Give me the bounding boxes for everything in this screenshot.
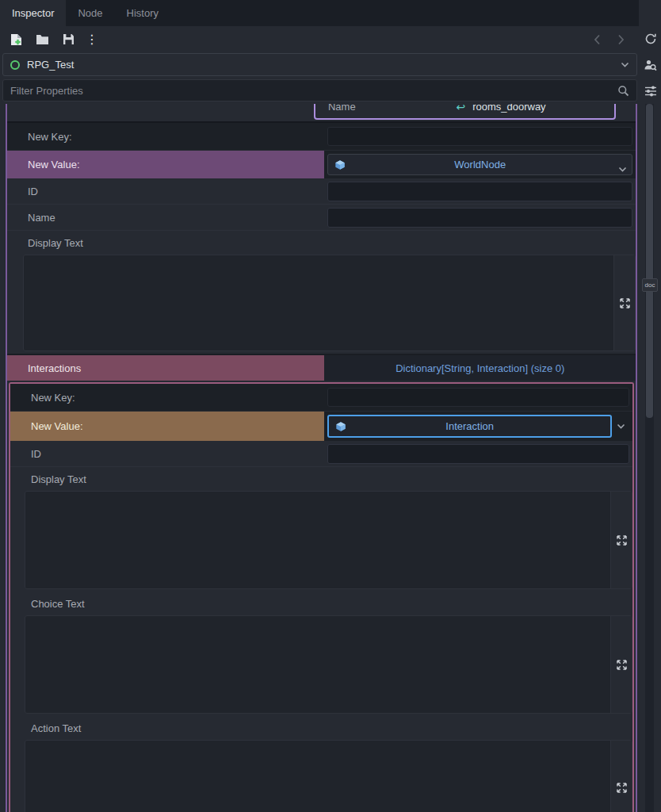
new-value-row-2: New Value: Interaction [10, 412, 632, 441]
worldnode-subresource-region: Name ↩ rooms_doorway New Key: New Value: [6, 104, 637, 812]
interactions-type-info: Dictionary[String, Interaction] (size 0) [395, 362, 564, 374]
godot-inspector-dock: Inspector Node History ⋮ RPG_Test [0, 0, 661, 812]
history-nav-group [590, 33, 639, 47]
expand-text-icon[interactable] [615, 658, 629, 672]
dock-tab-bar: Inspector Node History [0, 0, 661, 26]
name-property-row: Name ↩ rooms_doorway [7, 104, 636, 121]
new-key-label: New Key: [28, 131, 72, 143]
new-value-type-name-2: Interaction [445, 420, 494, 432]
filter-properties-bar [2, 79, 637, 102]
display-text-area [23, 255, 636, 351]
object-cube-icon [334, 159, 346, 173]
extra-options-icon[interactable]: ⋮ [87, 33, 97, 47]
display-text-input-2[interactable] [25, 492, 610, 588]
tab-inspector[interactable]: Inspector [0, 0, 66, 26]
new-key-input-2[interactable] [327, 388, 629, 407]
id-property-row: ID [7, 178, 636, 205]
new-key-row: New Key: [7, 123, 636, 151]
expand-text-icon[interactable] [615, 781, 629, 795]
save-resource-icon[interactable] [61, 33, 75, 47]
revert-icon[interactable]: ↩ [456, 104, 465, 113]
dictionary-add-region: New Key: New Value: WorldNode [7, 121, 636, 178]
right-edge-strip: doc [639, 0, 661, 812]
new-resource-icon[interactable] [9, 33, 23, 47]
name-field-label: Name [328, 104, 356, 113]
next-object-icon[interactable] [613, 33, 628, 47]
new-value-type-name: WorldNode [454, 159, 506, 170]
id-input-2[interactable] [327, 444, 629, 464]
load-resource-folder-icon[interactable] [35, 33, 49, 47]
inspector-toolbar: ⋮ [0, 26, 639, 52]
id-input[interactable] [327, 182, 632, 201]
action-text-input[interactable] [25, 741, 610, 812]
new-value-row: New Value: WorldNode [7, 151, 636, 178]
resource-status-icon [10, 60, 20, 70]
edited-object-name: RPG_Test [27, 59, 74, 71]
scrollbar-thumb[interactable] [646, 104, 653, 418]
tune-sliders-icon[interactable] [644, 84, 657, 98]
id-label: ID [28, 186, 38, 197]
display-text-input[interactable] [24, 255, 613, 350]
display-text-label: Display Text [7, 231, 636, 255]
action-text-label: Action Text [10, 716, 632, 740]
new-key-label-2: New Key: [31, 392, 75, 404]
expand-text-icon[interactable] [615, 534, 629, 547]
edited-object-selector[interactable]: RPG_Test [2, 53, 637, 76]
new-value-label: New Value: [28, 159, 80, 170]
new-value-type-dropdown[interactable]: WorldNode [327, 154, 632, 175]
name-input[interactable] [327, 208, 632, 228]
name-field-focused[interactable]: Name ↩ rooms_doorway [314, 104, 616, 120]
tab-node[interactable]: Node [66, 0, 114, 26]
new-value-type-dropdown-focused[interactable]: Interaction [327, 415, 612, 438]
name-label: Name [28, 212, 55, 224]
new-value-label-2: New Value: [31, 420, 83, 432]
search-object-icon[interactable] [644, 58, 657, 71]
name-field-value[interactable]: rooms_doorway [472, 104, 546, 113]
tab-history[interactable]: History [115, 0, 170, 26]
inspector-property-list: Name ↩ rooms_doorway New Key: New Value: [0, 104, 639, 812]
object-cube-icon [335, 421, 346, 435]
id-label-2: ID [31, 448, 41, 460]
display-text-label-2: Display Text [10, 467, 632, 491]
search-icon [617, 85, 629, 97]
prev-object-icon[interactable] [590, 33, 604, 47]
choice-text-area [25, 615, 632, 714]
chevron-down-icon[interactable] [612, 423, 629, 429]
chevron-down-icon [618, 163, 627, 174]
doc-badge[interactable]: doc [642, 278, 658, 292]
action-text-area [25, 740, 632, 812]
expand-text-icon[interactable] [618, 297, 632, 310]
vertical-scrollbar[interactable] [645, 104, 654, 812]
name-property-row-2: Name [7, 205, 636, 231]
new-key-input[interactable] [327, 127, 632, 146]
id-property-row-2: ID [10, 441, 632, 467]
chevron-down-icon [621, 62, 629, 67]
interactions-label: Interactions [28, 362, 81, 374]
display-text-area-2 [25, 491, 632, 589]
filter-properties-input[interactable] [10, 85, 617, 97]
choice-text-label: Choice Text [10, 592, 632, 615]
interaction-subresource-region: New Key: New Value: Interaction [9, 382, 634, 812]
new-key-row-2: New Key: [10, 384, 632, 412]
reload-icon[interactable] [644, 32, 657, 45]
choice-text-input[interactable] [25, 616, 610, 713]
interactions-dictionary-header[interactable]: Interactions Dictionary[String, Interact… [7, 354, 636, 381]
